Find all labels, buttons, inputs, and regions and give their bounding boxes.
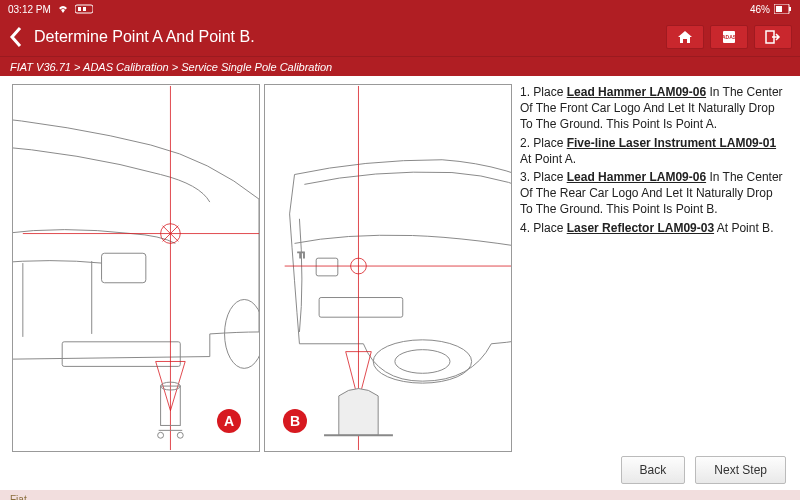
svg-rect-11: [102, 253, 146, 283]
home-button[interactable]: [666, 25, 704, 49]
status-bar: 03:12 PM 46%: [0, 0, 800, 18]
svg-point-20: [158, 432, 164, 438]
diagram-rear: TI B: [264, 84, 512, 452]
instruction-step-4: 4. Place Laser Reflector LAM09-03 At Poi…: [520, 220, 784, 236]
header: Determine Point A And Point B. ADAS: [0, 18, 800, 56]
diagram-area: A TI: [12, 84, 512, 452]
instruction-step-3: 3. Place Lead Hammer LAM09-06 In The Cen…: [520, 169, 784, 218]
adas-button[interactable]: ADAS: [710, 25, 748, 49]
svg-rect-9: [62, 342, 180, 367]
svg-point-22: [373, 340, 471, 383]
device-icon: [75, 3, 93, 15]
svg-point-23: [395, 350, 450, 374]
svg-rect-24: [319, 298, 403, 318]
rear-car-diagram: TI: [265, 85, 511, 451]
instructions-panel: 1. Place Lead Hammer LAM09-06 In The Cen…: [520, 84, 788, 452]
svg-rect-5: [776, 6, 782, 12]
tool-laser-instrument: Five-line Laser Instrument LAM09-01: [567, 136, 776, 150]
tool-lead-hammer: Lead Hammer LAM09-06: [567, 170, 706, 184]
front-car-diagram: [13, 85, 259, 451]
content-area: A TI: [0, 76, 800, 456]
footer-buttons: Back Next Step: [0, 456, 800, 490]
brand-footer: Fiat: [0, 490, 800, 500]
tool-lead-hammer: Lead Hammer LAM09-06: [567, 85, 706, 99]
status-time: 03:12 PM: [8, 4, 51, 15]
svg-rect-4: [789, 7, 791, 11]
page-title: Determine Point A And Point B.: [34, 28, 656, 46]
svg-rect-2: [83, 7, 86, 11]
svg-point-10: [225, 299, 259, 368]
back-icon[interactable]: [8, 26, 24, 48]
svg-rect-1: [78, 7, 81, 11]
exit-button[interactable]: [754, 25, 792, 49]
point-b-badge: B: [283, 409, 307, 433]
svg-rect-25: [316, 258, 338, 276]
wifi-icon: [57, 4, 69, 14]
svg-text:ADAS: ADAS: [722, 34, 737, 40]
point-a-badge: A: [217, 409, 241, 433]
svg-point-21: [177, 432, 183, 438]
tool-laser-reflector: Laser Reflector LAM09-03: [567, 221, 714, 235]
battery-icon: [774, 4, 792, 14]
back-button[interactable]: Back: [621, 456, 686, 484]
breadcrumb: FIAT V36.71 > ADAS Calibration > Service…: [0, 56, 800, 76]
svg-text:TI: TI: [297, 250, 305, 260]
diagram-front: A: [12, 84, 260, 452]
instruction-step-1: 1. Place Lead Hammer LAM09-06 In The Cen…: [520, 84, 784, 133]
instruction-step-2: 2. Place Five-line Laser Instrument LAM0…: [520, 135, 784, 167]
next-step-button[interactable]: Next Step: [695, 456, 786, 484]
battery-text: 46%: [750, 4, 770, 15]
